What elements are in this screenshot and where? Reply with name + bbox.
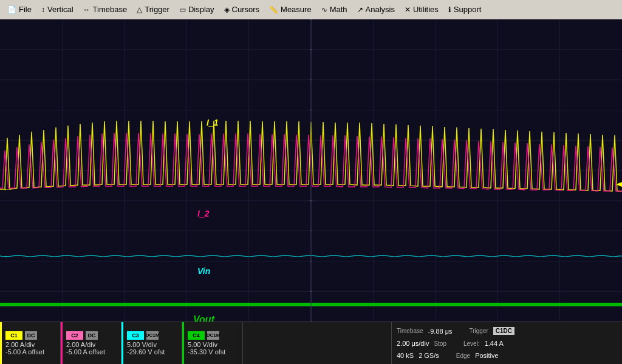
analysis-icon: ↗: [357, 5, 363, 14]
timebase-label: Timebase: [397, 328, 423, 334]
menu-file-label: File: [19, 5, 32, 14]
timebase-per-div: 2.00 μs/div: [397, 340, 429, 347]
menu-math[interactable]: ∿ Math: [316, 1, 352, 18]
ch2-info: C2 DC 2.00 A/div -5.00 A offset: [61, 322, 121, 364]
menu-trigger-label: Trigger: [145, 5, 169, 14]
trigger-level-label: Level:: [463, 340, 480, 347]
menu-analysis[interactable]: ↗ Analysis: [352, 1, 400, 18]
ch1-dc-badge: DC: [25, 331, 37, 340]
menu-display-label: Display: [188, 5, 214, 14]
menu-utilities-label: Utilities: [413, 5, 439, 14]
menu-measure-label: Measure: [281, 5, 312, 14]
timebase-value: -9.88 μs: [428, 328, 453, 335]
svg-text:Vin: Vin: [197, 266, 210, 276]
svg-text:←: ←: [4, 300, 10, 307]
svg-text:←: ←: [4, 252, 10, 260]
utilities-icon: ✕: [405, 5, 411, 14]
trigger-slope-value: Positive: [475, 352, 499, 359]
ch3-offset: -29.60 V ofst: [127, 348, 178, 356]
timebase-icon: ↔: [83, 5, 91, 14]
cursors-icon: ◈: [224, 5, 230, 14]
timebase-rate: 2 GS/s: [419, 352, 439, 359]
menu-cursors-label: Cursors: [232, 5, 260, 14]
ch2-offset: -5.00 A offset: [66, 348, 117, 356]
ch3-badge: C3: [127, 331, 144, 340]
menu-analysis-label: Analysis: [366, 5, 395, 14]
ch4-dc-badge: DC1M: [207, 331, 219, 340]
ch4-offset: -35.30 V ofst: [188, 348, 239, 356]
ch1-badge: C1: [5, 331, 22, 340]
trigger-icon: △: [137, 5, 142, 14]
menu-bar: 📄 File ↕ Vertical ↔ Timebase △ Trigger ▭…: [0, 0, 622, 19]
menu-support[interactable]: ℹ Support: [443, 1, 487, 18]
ch1-offset: -5.00 A offset: [5, 348, 56, 356]
svg-text:I_1: I_1: [207, 118, 219, 127]
ch3-info: C3 DC1M 5.00 V/div -29.60 V ofst: [121, 322, 182, 364]
menu-file[interactable]: 📄 File: [2, 1, 36, 18]
timebase-samples: 40 kS: [397, 352, 414, 359]
math-icon: ∿: [321, 5, 327, 14]
trigger-level-value: 1.44 A: [485, 340, 504, 347]
trigger-type-label: Edge: [456, 352, 470, 359]
menu-math-label: Math: [330, 5, 347, 14]
menu-cursors[interactable]: ◈ Cursors: [219, 1, 265, 18]
menu-measure[interactable]: 📏 Measure: [264, 1, 316, 18]
measure-icon: 📏: [269, 5, 278, 14]
ch4-div: 5.00 V/div: [188, 341, 239, 348]
ch4-info: C4 DC1M 5.00 V/div -35.30 V ofst: [182, 322, 243, 364]
waveform-display: ← ← ← I_1 I_2 Vin Vout: [0, 19, 622, 322]
scope-screen: ← ← ← I_1 I_2 Vin Vout: [0, 19, 622, 322]
menu-support-label: Support: [454, 5, 482, 14]
menu-vertical-label: Vertical: [47, 5, 73, 14]
timebase-trigger-section: Timebase -9.88 μs Trigger C1DC 2.00 μs/d…: [391, 322, 622, 364]
menu-trigger[interactable]: △ Trigger: [132, 1, 174, 18]
timebase-stop: Stop: [434, 340, 446, 347]
trigger-label: Trigger: [470, 328, 488, 334]
menu-utilities[interactable]: ✕ Utilities: [400, 1, 443, 18]
trigger-channel-badge: C1DC: [493, 327, 514, 335]
ch2-badge: C2: [66, 331, 83, 340]
ch1-div: 2.00 A/div: [5, 341, 56, 348]
ch1-info: C1 DC 2.00 A/div -5.00 A offset: [0, 322, 61, 364]
menu-timebase[interactable]: ↔ Timebase: [78, 1, 132, 18]
status-bar: C1 DC 2.00 A/div -5.00 A offset C2 DC 2.…: [0, 322, 622, 364]
ch4-badge: C4: [188, 331, 205, 340]
svg-text:←: ←: [4, 186, 10, 193]
menu-vertical[interactable]: ↕ Vertical: [36, 1, 78, 18]
ch3-dc-badge: DC1M: [146, 331, 159, 340]
ch2-dc-badge: DC: [86, 331, 98, 340]
ch3-div: 5.00 V/div: [127, 341, 178, 348]
support-icon: ℹ: [448, 5, 451, 14]
display-icon: ▭: [179, 5, 186, 14]
ch2-div: 2.00 A/div: [66, 341, 117, 348]
menu-timebase-label: Timebase: [93, 5, 128, 14]
svg-text:Vout: Vout: [193, 314, 215, 322]
vertical-icon: ↕: [41, 5, 45, 14]
menu-display[interactable]: ▭ Display: [174, 1, 219, 18]
file-icon: 📄: [7, 5, 16, 14]
svg-text:I_2: I_2: [197, 209, 210, 218]
